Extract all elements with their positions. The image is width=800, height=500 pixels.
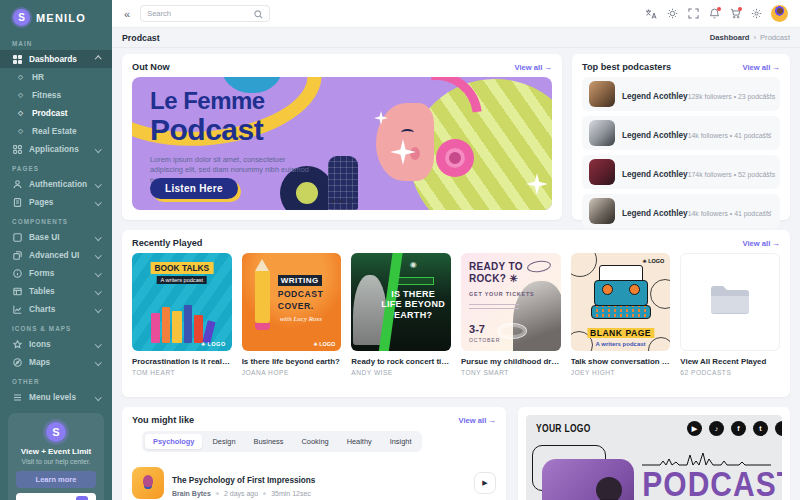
episode-title: Talk show conversation wi... <box>571 357 671 366</box>
sidebar-item-label: Prodcast <box>32 108 68 118</box>
notifications-icon[interactable] <box>708 8 720 20</box>
sidebar-item-label: Advanced UI <box>29 250 79 260</box>
cart-icon[interactable] <box>729 8 741 20</box>
podcaster-row[interactable]: Legend Acothley174k followers • 52 podca… <box>582 155 780 189</box>
sidebar-item-real-estate[interactable]: ◇Real Estate <box>0 122 112 140</box>
cover-fineprint <box>469 301 519 309</box>
podcaster-row[interactable]: Legend Acothley14k followers • 41 podcas… <box>582 116 780 150</box>
you-might-like-view-all-link[interactable]: View all → <box>459 416 496 425</box>
squiggle <box>648 337 670 351</box>
sidebar-section-icons-maps: ICONS & MAPS <box>0 318 112 335</box>
sidebar-item-applications[interactable]: Applications <box>0 140 112 158</box>
tab-psychology[interactable]: Psychology <box>145 434 202 449</box>
translate-icon[interactable] <box>645 8 657 20</box>
recently-played-item[interactable]: BOOK TALKS A writers podcast LOGO Procra… <box>132 253 232 376</box>
sidebar-item-forms[interactable]: Forms <box>0 264 112 282</box>
sidebar-item-label: Authentication <box>29 179 87 189</box>
podcaster-row[interactable]: Legend Acothley128k followers • 23 podca… <box>582 77 780 111</box>
sidebar-item-label: Charts <box>29 304 55 314</box>
tab-business[interactable]: Business <box>246 434 292 449</box>
app-logo[interactable]: S MENILO <box>0 0 112 33</box>
play-button[interactable]: ▶ <box>474 472 496 494</box>
cover-month: OCTOBER <box>469 337 500 343</box>
sidebar-item-pages[interactable]: Pages <box>0 193 112 211</box>
podcaster-name: Legend Acothley <box>622 131 688 140</box>
promo-banner-card: YOUR LOGO ▶ ♪ f t PODCAST <box>518 407 790 500</box>
info-icon <box>12 269 23 278</box>
breadcrumb-dashboard[interactable]: Dashboard <box>710 33 750 42</box>
recently-played-item[interactable]: ◉ IS THERE LIFE BEYOND EARTH? Ready to r… <box>351 253 451 376</box>
podcaster-avatar <box>589 198 615 224</box>
recently-played-item[interactable]: WRITING PODCAST COVER. with Lucy Ross LO… <box>242 253 342 376</box>
diamond-bullet-icon: ◇ <box>15 91 26 99</box>
sidebar-item-maps[interactable]: Maps <box>0 353 112 371</box>
twitter-icon: t <box>753 421 768 436</box>
page-title: Prodcast <box>122 33 160 43</box>
tab-cooking[interactable]: Cooking <box>294 434 337 449</box>
chevron-down-icon <box>95 288 101 294</box>
upgrade-card: S View + Event Limit Visit to our help c… <box>8 413 104 500</box>
sidebar-item-prodcast[interactable]: ◇Prodcast <box>0 104 112 122</box>
view-all-recent-item[interactable]: View All Recent Played 62 PODCASTS <box>680 253 780 376</box>
episode-author: JOANA HOPE <box>242 369 342 376</box>
sidebar-item-authentication[interactable]: Authentication <box>0 175 112 193</box>
episode-row[interactable]: The Psychology of First Impressions Brai… <box>122 460 506 500</box>
more-options-icon[interactable]: ⋯ <box>763 128 773 138</box>
search-input[interactable] <box>147 9 247 18</box>
top-podcasters-view-all-link[interactable]: View all → <box>743 63 780 72</box>
chevron-down-icon <box>95 252 101 258</box>
sidebar-item-base-ui[interactable]: Base UI <box>0 228 112 246</box>
folder-tile <box>680 253 780 351</box>
search-box[interactable] <box>140 5 270 22</box>
more-options-icon[interactable]: ⋯ <box>763 89 773 99</box>
podcaster-name: Legend Acothley <box>622 170 688 179</box>
learn-more-button[interactable]: Learn more <box>16 471 96 488</box>
out-now-view-all-link[interactable]: View all → <box>515 63 552 72</box>
user-avatar[interactable] <box>771 5 788 22</box>
chart-icon <box>12 305 23 314</box>
chevron-down-icon <box>95 341 101 347</box>
cover-title: BOOK TALKS <box>150 262 213 274</box>
sidebar-item-tables[interactable]: Tables <box>0 282 112 300</box>
podcaster-row[interactable]: Legend Acothley14k followers • 41 podcas… <box>582 194 780 228</box>
recently-played-item[interactable]: READY TO ROCK? ✳ GET YOUR TICKETS 3-7 OC… <box>461 253 561 376</box>
sidebar-item-icons[interactable]: Icons <box>0 335 112 353</box>
sidebar-item-menu-levels[interactable]: Menu levels <box>0 388 112 406</box>
sidebar-item-advanced-ui[interactable]: Advanced UI <box>0 246 112 264</box>
promo-logo-text: YOUR LOGO <box>536 422 591 435</box>
sidebar-item-fitness[interactable]: ◇Fitness <box>0 86 112 104</box>
promo-heading: PODCAST <box>642 464 782 500</box>
youtube-icon: ▶ <box>687 421 702 436</box>
cover-date: 3-7 <box>469 323 485 335</box>
tab-healthy[interactable]: Healthy <box>339 434 380 449</box>
sidebar-collapse-icon[interactable]: « <box>124 8 130 20</box>
book-talks-cover: BOOK TALKS A writers podcast LOGO <box>132 253 232 351</box>
more-options-icon[interactable]: ⋯ <box>763 206 773 216</box>
promo-banner[interactable]: YOUR LOGO ▶ ♪ f t PODCAST <box>526 415 782 500</box>
upgrade-plan-button[interactable]: Upgrade plan › <box>16 493 96 500</box>
tab-design[interactable]: Design <box>204 434 243 449</box>
more-options-icon[interactable]: ⋯ <box>763 167 773 177</box>
facebook-icon: f <box>731 421 746 436</box>
recently-played-item[interactable]: LOGO BLANK PAGE A writers podcast Talk s… <box>571 253 671 376</box>
le-femme-banner[interactable]: Le Femme Podcast Lorem ipsum dolor sit a… <box>132 77 552 210</box>
sidebar-item-charts[interactable]: Charts <box>0 300 112 318</box>
chevron-down-icon <box>95 306 101 312</box>
carousel-dots[interactable] <box>331 198 353 204</box>
theme-icon[interactable] <box>666 8 678 20</box>
recently-played-view-all-link[interactable]: View all → <box>743 239 780 248</box>
episode-title: The Psychology of First Impressions <box>172 476 315 485</box>
chevron-down-icon <box>95 199 101 205</box>
listen-here-button[interactable]: Listen Here <box>150 178 238 199</box>
you-might-like-title: You might like <box>132 415 194 425</box>
sidebar-item-label: Applications <box>29 144 79 154</box>
tab-insight[interactable]: Insight <box>382 434 420 449</box>
social-icons: ▶ ♪ f t <box>687 421 782 436</box>
fullscreen-icon[interactable] <box>687 8 699 20</box>
pencil-illustration <box>255 271 270 323</box>
recently-played-card: Recently Played View all → BOOK TALKS A … <box>122 230 790 397</box>
episode-meta: Brain Bytes 2 days ago 35min 12sec <box>172 490 466 497</box>
settings-icon[interactable] <box>750 8 762 20</box>
sidebar-item-hr[interactable]: ◇HR <box>0 68 112 86</box>
sidebar-item-dashboards[interactable]: Dashboards <box>0 50 112 68</box>
